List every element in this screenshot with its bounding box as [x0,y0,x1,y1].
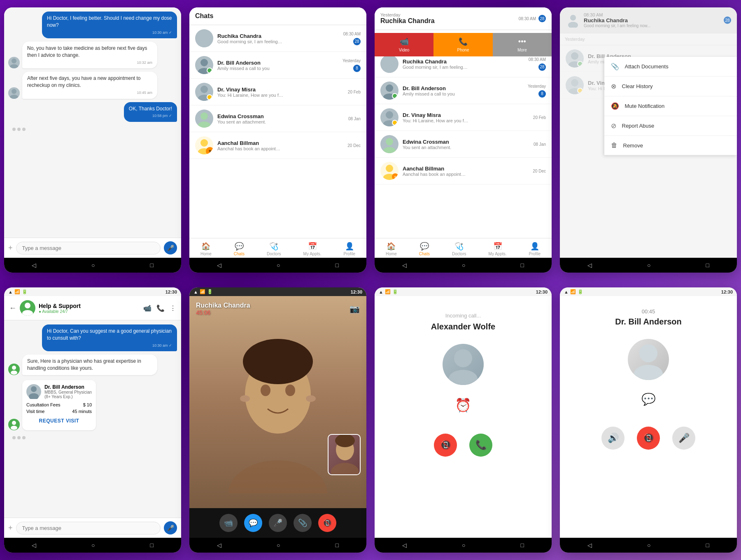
status-bar-5: ▲ 📶 🔋 12:30 [4,287,181,296]
back-button-4[interactable]: ◁ [587,262,592,268]
home-button-5[interactable]: ○ [91,542,95,548]
nav-doctors-1[interactable]: 🩺 Doctors [267,242,281,256]
svg-point-43 [240,395,250,402]
message-button[interactable]: 💬 [244,514,262,532]
recent-button-4[interactable]: □ [706,262,709,268]
recent-button-1[interactable]: □ [150,262,154,268]
mic-button-5[interactable]: 🎤 [164,521,177,534]
home-button-7[interactable]: ○ [462,542,465,548]
profile-icon-2: 👤 [530,242,539,251]
back-button-7[interactable]: ◁ [402,542,407,548]
chat-list-item-aanchal-2[interactable]: + Aanchal Billman Aanchal has book an ap… [375,158,552,184]
chat-list-item-aanchal[interactable]: + Aanchal Billman Aanchal has book an ap… [189,132,366,159]
android-bar-3: ◁ ○ □ [375,258,552,273]
avatar-vinay-2 [380,108,398,126]
msg-row-5-2: Sure, Here is a physician who has great … [8,355,177,375]
back-button-6[interactable]: ◁ [217,542,221,548]
speaker-button[interactable]: 🔊 [601,427,624,450]
chat-list-item-ruchika[interactable]: Ruchika Chandra Good morning sir, I am f… [189,25,366,52]
add-attachment-button[interactable]: + [8,244,13,252]
action-bar-overlay: 📹 Video 📞 Phone ••• More [375,33,552,56]
request-visit-button[interactable]: REQUEST VISIT [26,415,92,426]
recent-button-2[interactable]: □ [336,262,339,268]
video-action-button[interactable]: 📹 Video [375,33,433,56]
recent-button-3[interactable]: □ [521,262,524,268]
back-button-2[interactable]: ◁ [217,262,221,268]
chat-item-info-1: Ruchika Chandra Good morning sir, I am f… [217,33,339,44]
doc-card-exp: (8+ Years Exp.) [44,394,92,399]
nav-profile-2[interactable]: 👤 Profile [529,242,541,256]
nav-home-2[interactable]: 🏠 Home [386,242,397,256]
svg-point-41 [243,339,313,384]
back-button-1[interactable]: ◁ [32,262,36,268]
phone-call-button-5[interactable]: 📞 [156,304,165,312]
svg-point-40 [285,385,295,396]
doc-fees-value: $ 10 [83,402,92,407]
home-button-8[interactable]: ○ [647,542,650,548]
mic-button-1[interactable]: 🎤 [164,241,177,254]
chat-list-item-bill[interactable]: Dr. Bill Anderson Amily missed a call to… [189,52,366,79]
end-call-button[interactable]: 📵 [318,514,336,532]
more-action-button[interactable]: ••• More [493,33,552,56]
end-active-call-button[interactable]: 📵 [637,427,660,450]
nav-chats-2[interactable]: 💬 Chats [419,242,430,256]
add-attachment-button-5[interactable]: + [8,524,13,532]
chat-item-time-2b: Yesterday [528,84,546,89]
active-call-icon: 💬 [641,392,656,406]
back-button-3[interactable]: ◁ [402,262,407,268]
chat-list-item-edwina[interactable]: Edwina Crossman You sent an attachment. … [189,105,366,132]
home-button-6[interactable]: ○ [277,542,280,548]
chat-list-items-2: Ruchika Chandra Good morning sir, I am f… [375,51,552,238]
recent-button-7[interactable]: □ [521,542,524,548]
phone-action-button[interactable]: 📞 Phone [433,33,492,56]
dropdown-mute-notification[interactable]: 🔕 Mute Notification [604,96,737,116]
mute-button[interactable]: 🎤 [269,514,287,532]
chat-list-item-vinay-2[interactable]: Dr. Vinay Misra You: Hi Laraine, How are… [375,104,552,131]
recent-button-6[interactable]: □ [336,542,339,548]
home-button-2[interactable]: ○ [277,262,280,268]
decline-call-button[interactable]: 📵 [434,434,457,457]
back-button-5[interactable]: ◁ [32,542,36,548]
accept-call-button[interactable]: 📞 [469,434,492,457]
home-button-1[interactable]: ○ [91,262,95,268]
home-button-3[interactable]: ○ [462,262,465,268]
dropdown-attach-documents[interactable]: 📎 Attach Documents [604,57,737,77]
chat-item-right-2a: 08:30 AM 28 [529,57,546,71]
avatar-vinay-4 [566,76,584,94]
recent-button-8[interactable]: □ [706,542,709,548]
more-options-button-5[interactable]: ⋮ [170,304,176,312]
mute-active-button[interactable]: 🎤 [672,427,695,450]
dropdown-report-abuse[interactable]: ⊘ Report Abuse [604,116,737,136]
nav-doctors-2[interactable]: 🩺 Doctors [452,242,466,256]
chat-item-info-2: Dr. Bill Anderson Amily missed a call to… [217,60,338,71]
chat-list-item-bill-2[interactable]: Dr. Bill Anderson Amily missed a call to… [375,77,552,104]
chat-item-name-2c: Dr. Vinay Misra [403,112,529,118]
back-arrow-button[interactable]: ← [9,304,16,313]
nav-chats-1[interactable]: 💬 Chats [234,242,245,256]
camera-switch-button[interactable]: 📷 [350,304,360,314]
incoming-caller-name: Alexander Wolfe [431,322,495,331]
home-button-4[interactable]: ○ [647,262,650,268]
svg-point-44 [306,395,316,402]
chat-list-item-edwina-2[interactable]: Edwina Crossman You sent an attachment. … [375,131,552,158]
support-actions: 📹 📞 ⋮ [143,304,176,312]
nav-appointments-2[interactable]: 📅 My Appts. [489,242,507,256]
video-call-button-5[interactable]: 📹 [143,304,151,312]
back-button-8[interactable]: ◁ [587,542,592,548]
nav-appointments-1[interactable]: 📅 My Appts. [303,242,322,256]
messages-list-5: Hi Doctor, Can you suggest me a good gen… [4,320,181,518]
recent-button-5[interactable]: □ [150,542,154,548]
dropdown-remove[interactable]: 🗑 Remove [604,136,737,155]
chat-item-right-2e: 20 Dec [533,169,546,173]
message-input-5[interactable] [16,522,161,534]
badge-2a: 28 [538,63,546,71]
attachment-button[interactable]: 📎 [294,514,312,532]
nav-profile-1[interactable]: 👤 Profile [344,242,355,256]
video-toggle-button[interactable]: 📹 [219,514,238,532]
phone-frame-2: Chats Ruchika Chandra Good morning sir, … [189,7,366,273]
support-name: Help & Support [39,303,140,309]
dropdown-clear-history[interactable]: ⊗ Clear History [604,77,737,96]
message-input-1[interactable] [16,242,161,254]
chat-list-item-vinay[interactable]: Dr. Vinay Misra You: Hi Laraine, How are… [189,79,366,105]
nav-home-1[interactable]: 🏠 Home [200,242,212,256]
